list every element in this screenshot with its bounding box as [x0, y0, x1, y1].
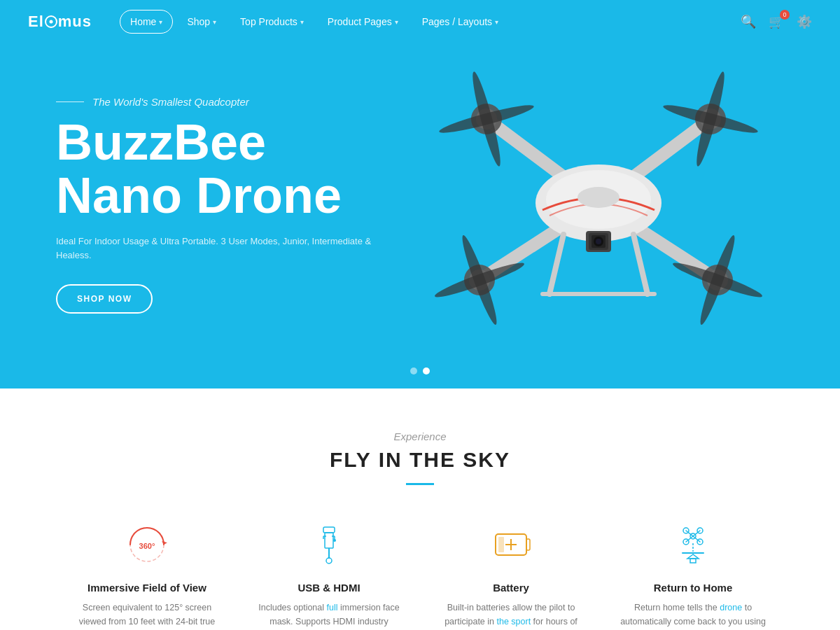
feature-home: Return to Home Return home tells the dro… — [616, 520, 770, 630]
chevron-down-icon: ▾ — [213, 18, 216, 26]
feature-fov-title: Immersive Field of View — [70, 582, 224, 594]
features-section: Experience FLY IN THE SKY 360° Immersive… — [0, 388, 840, 630]
decorative-line — [56, 102, 84, 103]
feature-usb-desc: Includes optional full immersion face ma… — [252, 601, 406, 630]
usb-icon — [304, 520, 354, 569]
feature-fov: 360° Immersive Field of View Screen equi… — [70, 520, 224, 630]
shop-now-button[interactable]: SHOP NOW — [56, 284, 153, 314]
chevron-down-icon: ▾ — [159, 18, 162, 26]
feature-home-title: Return to Home — [616, 582, 770, 594]
svg-marker-59 — [687, 554, 699, 559]
svg-rect-47 — [498, 537, 504, 552]
svg-line-24 — [634, 234, 648, 294]
chevron-down-icon: ▾ — [395, 18, 398, 26]
hero-subtitle: The World's Smallest Quadcopter — [92, 96, 249, 108]
nav-item-shop[interactable]: Shop ▾ — [177, 10, 226, 33]
feature-fov-desc: Screen equivalent to 125° screen viewed … — [70, 601, 224, 630]
svg-rect-44 — [526, 539, 530, 550]
hero-section: The World's Smallest Quadcopter BuzzBee … — [0, 0, 840, 388]
logo-icon — [45, 15, 57, 28]
search-icon[interactable]: 🔍 — [741, 14, 756, 29]
logo[interactable]: Elmus — [28, 13, 92, 31]
navbar: Elmus Home ▾ Shop ▾ Top Products ▾ Produ… — [0, 0, 840, 43]
cart-badge: 0 — [780, 10, 790, 20]
feature-battery-title: Battery — [434, 582, 588, 594]
nav-item-home[interactable]: Home ▾ — [120, 10, 173, 34]
battery-icon — [486, 520, 536, 569]
feature-battery-desc: Built-in batteries allow the pilot to pa… — [434, 601, 588, 630]
features-title: FLY IN THE SKY — [28, 448, 812, 472]
svg-rect-34 — [323, 527, 335, 533]
drone-illustration — [336, 14, 840, 388]
svg-point-42 — [333, 539, 336, 542]
slider-dots — [410, 368, 430, 374]
svg-rect-60 — [690, 559, 696, 563]
nav-menu: Home ▾ Shop ▾ Top Products ▾ Product Pag… — [120, 10, 741, 34]
svg-point-6 — [578, 187, 620, 208]
drone-home-icon — [668, 520, 718, 569]
features-grid: 360° Immersive Field of View Screen equi… — [28, 520, 812, 630]
features-subtitle: Experience — [28, 430, 812, 442]
svg-point-30 — [596, 239, 601, 244]
feature-usb-title: USB & HDMI — [252, 582, 406, 594]
cart-icon[interactable]: 🛒 0 — [769, 14, 784, 29]
nav-icons: 🔍 🛒 0 ⚙️ — [741, 14, 812, 29]
feature-battery: Battery Built-in batteries allow the pil… — [434, 520, 588, 630]
feature-home-desc: Return home tells the drone to automatic… — [616, 601, 770, 630]
svg-point-37 — [326, 558, 332, 564]
chevron-down-icon: ▾ — [300, 18, 304, 26]
slider-dot-1[interactable] — [410, 368, 417, 374]
svg-line-23 — [550, 234, 564, 294]
nav-item-top-products[interactable]: Top Products ▾ — [230, 10, 314, 33]
360-icon: 360° — [122, 520, 172, 569]
feature-usb: USB & HDMI Includes optional full immers… — [252, 520, 406, 630]
slider-dot-2[interactable] — [423, 368, 430, 374]
svg-text:360°: 360° — [139, 542, 155, 550]
features-divider — [406, 483, 434, 485]
nav-item-pages-layouts[interactable]: Pages / Layouts ▾ — [412, 10, 508, 33]
svg-rect-35 — [325, 533, 333, 548]
settings-icon[interactable]: ⚙️ — [797, 14, 812, 29]
chevron-down-icon: ▾ — [495, 18, 498, 26]
nav-item-product-pages[interactable]: Product Pages ▾ — [318, 10, 408, 33]
